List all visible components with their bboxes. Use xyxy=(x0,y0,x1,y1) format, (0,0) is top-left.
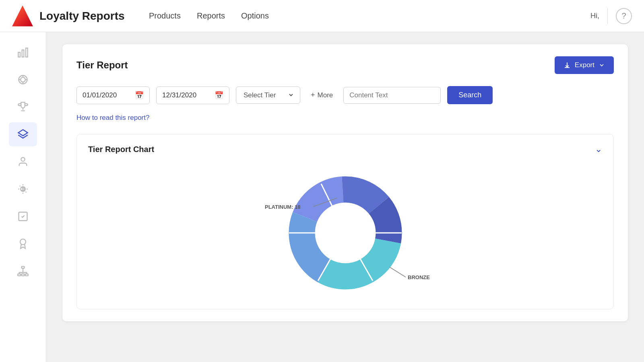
select-tier-wrap[interactable]: Select Tier Bronze Silver Gold Platinum xyxy=(236,86,300,104)
export-button[interactable]: Export xyxy=(555,56,614,74)
app-title: Loyalty Reports xyxy=(39,10,125,23)
app-logo xyxy=(12,6,33,27)
nav-options[interactable]: Options xyxy=(241,10,269,22)
how-to-read-link[interactable]: How to read this report? xyxy=(76,114,149,122)
export-label: Export xyxy=(575,61,594,69)
search-button[interactable]: Search xyxy=(447,86,493,104)
nav-products[interactable]: Products xyxy=(149,10,181,22)
more-label: More xyxy=(318,91,333,99)
page-title: Tier Report xyxy=(76,60,128,71)
help-button[interactable]: ? xyxy=(616,8,632,24)
search-label: Search xyxy=(458,91,481,99)
select-tier-dropdown[interactable]: Select Tier Bronze Silver Gold Platinum xyxy=(242,91,294,99)
export-chevron-icon xyxy=(599,62,605,68)
bronze-annotation-line xyxy=(390,267,406,277)
sidebar-item-tasks[interactable] xyxy=(9,204,37,228)
sidebar-item-target[interactable] xyxy=(9,68,37,92)
svg-rect-2 xyxy=(26,48,28,57)
sidebar-item-badge[interactable] xyxy=(9,232,37,256)
plus-icon: + xyxy=(311,91,315,99)
chart-card: Tier Report Chart ⌄ xyxy=(76,134,614,309)
sidebar-item-layers[interactable] xyxy=(9,122,37,146)
nav-divider xyxy=(607,8,608,24)
start-date-calendar-icon[interactable]: 📅 xyxy=(135,91,144,100)
chart-title: Tier Report Chart xyxy=(88,145,154,154)
layout: Tier Report Export 📅 xyxy=(0,32,644,362)
nav-right: Hi, ? xyxy=(590,8,632,24)
chart-collapse-icon[interactable]: ⌄ xyxy=(595,144,602,154)
end-date-wrap[interactable]: 📅 xyxy=(156,86,229,104)
chart-area: PLATINUM: 18 BRONZE: 36 xyxy=(88,162,602,299)
sidebar-item-trophy[interactable] xyxy=(9,95,37,119)
nav-reports[interactable]: Reports xyxy=(197,10,225,22)
svg-rect-0 xyxy=(18,52,20,57)
svg-point-6 xyxy=(21,158,25,161)
topnav: Loyalty Reports Products Reports Options… xyxy=(0,0,644,32)
main-content: Tier Report Export 📅 xyxy=(46,32,644,362)
svg-marker-5 xyxy=(18,130,27,136)
svg-rect-12 xyxy=(22,274,25,276)
card-header: Tier Report Export xyxy=(76,56,614,74)
chart-header: Tier Report Chart ⌄ xyxy=(88,144,602,154)
report-card: Tier Report Export 📅 xyxy=(62,44,628,321)
logo-area: Loyalty Reports xyxy=(12,6,141,27)
start-date-wrap[interactable]: 📅 xyxy=(76,86,150,104)
sidebar-item-money[interactable] xyxy=(9,177,37,201)
start-date-input[interactable] xyxy=(83,91,131,99)
sidebar-item-bar-chart[interactable] xyxy=(9,40,37,64)
filter-row: 📅 📅 Select Tier Bronze Silver Gold Plati… xyxy=(76,86,614,104)
sidebar xyxy=(0,32,46,362)
hi-text: Hi, xyxy=(590,12,599,20)
svg-point-4 xyxy=(21,77,25,82)
svg-rect-1 xyxy=(22,50,24,57)
bronze-annotation-text: BRONZE: 36 xyxy=(408,274,430,280)
platinum-annotation-text: PLATINUM: 18 xyxy=(265,204,301,210)
end-date-input[interactable] xyxy=(162,91,211,99)
end-date-calendar-icon[interactable]: 📅 xyxy=(215,91,223,100)
donut-chart-container: PLATINUM: 18 BRONZE: 36 xyxy=(261,162,430,299)
svg-rect-13 xyxy=(25,274,28,276)
download-icon xyxy=(564,62,571,69)
svg-rect-11 xyxy=(18,274,21,276)
main-nav: Products Reports Options xyxy=(149,10,269,22)
content-text-input[interactable] xyxy=(343,87,441,104)
svg-point-9 xyxy=(20,239,26,245)
sidebar-item-org[interactable] xyxy=(9,259,37,283)
sidebar-item-person[interactable] xyxy=(9,150,37,174)
more-button[interactable]: + More xyxy=(307,88,337,103)
donut-svg: PLATINUM: 18 BRONZE: 36 xyxy=(261,162,430,299)
svg-rect-10 xyxy=(22,266,25,268)
